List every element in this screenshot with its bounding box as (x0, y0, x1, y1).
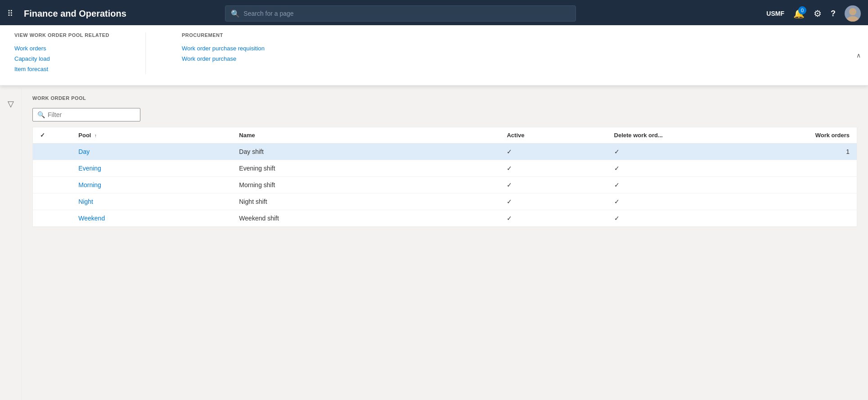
row-workorders-cell (750, 160, 857, 177)
row-name-cell: Morning shift (232, 177, 499, 193)
row-pool-cell[interactable]: Morning (71, 177, 232, 193)
row-workorders-cell (750, 177, 857, 193)
col-header-pool[interactable]: Pool ↑ (71, 127, 232, 144)
related-item-capacity-load[interactable]: Capacity load (14, 54, 109, 64)
procurement-section-title: PROCUREMENT (182, 32, 265, 38)
row-check-cell[interactable] (33, 160, 71, 177)
row-pool-cell[interactable]: Evening (71, 160, 232, 177)
svg-point-1 (846, 16, 859, 22)
table-row[interactable]: Night Night shift ✓ ✓ (33, 193, 857, 210)
procurement-items-list: Work order purchase requisition Work ord… (182, 43, 265, 64)
row-workorders-cell (750, 210, 857, 227)
filter-sidebar-icon[interactable]: ▽ (4, 95, 18, 112)
app-title: Finance and Operations (24, 9, 126, 19)
dropdown-section-procurement: PROCUREMENT Work order purchase requisit… (182, 32, 265, 74)
search-bar[interactable]: 🔍 (225, 5, 576, 22)
filter-search-icon: 🔍 (37, 111, 45, 118)
sort-arrow-icon: ↑ (94, 133, 97, 138)
dropdown-divider (145, 32, 146, 74)
row-active-cell: ✓ (499, 144, 607, 160)
table-row[interactable]: Day Day shift ✓ ✓ 1 (33, 144, 857, 160)
related-section-title: VIEW WORK ORDER POOL RELATED (14, 32, 109, 38)
main-content: ▽ WORK ORDER POOL 🔍 ✓ Pool ↑ (0, 88, 868, 400)
active-checkmark-icon: ✓ (507, 148, 512, 155)
row-pool-cell[interactable]: Day (71, 144, 232, 160)
filter-input-wrap[interactable]: 🔍 (32, 108, 140, 121)
table-row[interactable]: Morning Morning shift ✓ ✓ (33, 177, 857, 193)
search-icon: 🔍 (231, 9, 240, 18)
related-item-item-forecast[interactable]: Item forecast (14, 64, 109, 74)
row-pool-cell[interactable]: Night (71, 193, 232, 210)
app-grid-icon[interactable]: ⠿ (7, 9, 13, 18)
help-icon[interactable]: ? (831, 9, 836, 18)
row-delete-cell: ✓ (607, 210, 750, 227)
row-name-cell: Weekend shift (232, 210, 499, 227)
row-active-cell: ✓ (499, 193, 607, 210)
sidebar: ▽ (0, 88, 22, 400)
row-workorders-cell: 1 (750, 144, 857, 160)
col-header-check: ✓ (33, 127, 71, 144)
col-header-delete-work-ord[interactable]: Delete work ord... (607, 127, 750, 144)
delete-checkmark-icon: ✓ (614, 198, 620, 205)
active-checkmark-icon: ✓ (507, 198, 512, 205)
delete-checkmark-icon: ✓ (614, 148, 620, 155)
row-check-cell[interactable] (33, 144, 71, 160)
procurement-item-purchase[interactable]: Work order purchase (182, 54, 265, 64)
notification-badge: 0 (798, 6, 806, 14)
top-bar: ⠿ Finance and Operations 🔍 USMF 🔔 0 ⚙ ? (0, 0, 868, 27)
related-items-list: Work orders Capacity load Item forecast (14, 43, 109, 74)
active-checkmark-icon: ✓ (507, 165, 512, 172)
row-check-cell[interactable] (33, 193, 71, 210)
delete-checkmark-icon: ✓ (614, 165, 620, 172)
search-input[interactable] (243, 10, 570, 17)
top-bar-right: USMF 🔔 0 ⚙ ? (766, 5, 861, 22)
active-checkmark-icon: ✓ (507, 215, 512, 222)
checkmark-header-icon: ✓ (40, 132, 45, 139)
row-active-cell: ✓ (499, 160, 607, 177)
row-delete-cell: ✓ (607, 144, 750, 160)
row-name-cell: Night shift (232, 193, 499, 210)
dropdown-panel: VIEW WORK ORDER POOL RELATED Work orders… (0, 25, 868, 85)
company-label: USMF (766, 10, 784, 17)
row-pool-cell[interactable]: Weekend (71, 210, 232, 227)
row-delete-cell: ✓ (607, 177, 750, 193)
user-avatar[interactable] (845, 5, 861, 22)
procurement-item-purchase-req[interactable]: Work order purchase requisition (182, 43, 265, 54)
filter-input[interactable] (48, 111, 135, 118)
row-check-cell[interactable] (33, 177, 71, 193)
row-active-cell: ✓ (499, 177, 607, 193)
svg-point-0 (849, 8, 856, 15)
dropdown-section-related: VIEW WORK ORDER POOL RELATED Work orders… (14, 32, 109, 74)
related-item-work-orders[interactable]: Work orders (14, 43, 109, 54)
collapse-panel-button[interactable]: ∧ (856, 52, 861, 59)
content-area: WORK ORDER POOL 🔍 ✓ Pool ↑ Name (22, 88, 868, 400)
section-title: WORK ORDER POOL (22, 88, 868, 104)
row-name-cell: Evening shift (232, 160, 499, 177)
settings-gear-icon[interactable]: ⚙ (814, 8, 822, 19)
table-row[interactable]: Weekend Weekend shift ✓ ✓ (33, 210, 857, 227)
delete-checkmark-icon: ✓ (614, 181, 620, 189)
table-body: Day Day shift ✓ ✓ 1 Evening Evening shif… (33, 144, 857, 227)
table-row[interactable]: Evening Evening shift ✓ ✓ (33, 160, 857, 177)
delete-checkmark-icon: ✓ (614, 215, 620, 222)
filter-bar: 🔍 (22, 104, 868, 127)
row-workorders-cell (750, 193, 857, 210)
row-check-cell[interactable] (33, 210, 71, 227)
col-header-active[interactable]: Active (499, 127, 607, 144)
table-container: ✓ Pool ↑ Name Active Delete work ord... … (32, 127, 857, 227)
col-header-name[interactable]: Name (232, 127, 499, 144)
col-header-work-orders[interactable]: Work orders (750, 127, 857, 144)
work-order-pool-table: ✓ Pool ↑ Name Active Delete work ord... … (33, 127, 857, 227)
row-name-cell: Day shift (232, 144, 499, 160)
row-delete-cell: ✓ (607, 193, 750, 210)
table-header-row: ✓ Pool ↑ Name Active Delete work ord... … (33, 127, 857, 144)
row-delete-cell: ✓ (607, 160, 750, 177)
row-active-cell: ✓ (499, 210, 607, 227)
active-checkmark-icon: ✓ (507, 181, 512, 189)
